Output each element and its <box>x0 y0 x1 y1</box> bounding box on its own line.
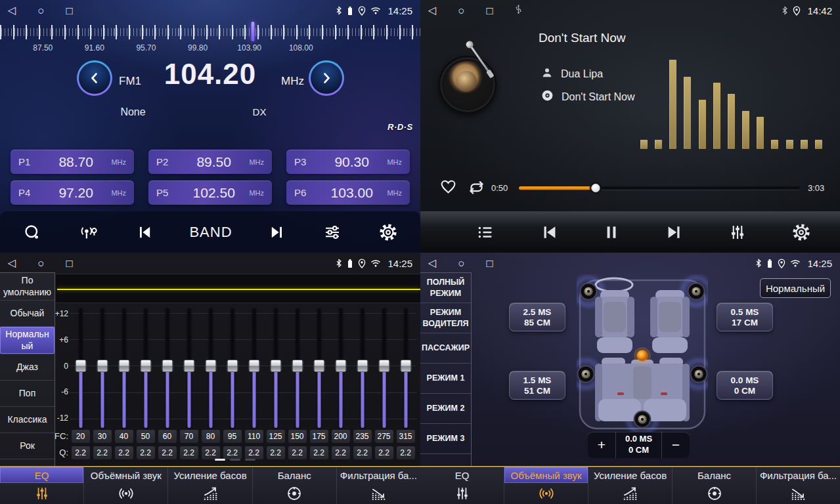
audio-tab[interactable]: Фильтрация ба... <box>756 467 840 504</box>
nav-back-icon[interactable] <box>8 258 16 268</box>
slider-knob[interactable] <box>378 360 389 372</box>
pause-icon[interactable] <box>602 222 621 242</box>
slider-knob[interactable] <box>227 360 238 372</box>
band-frequency-value[interactable]: 175 <box>310 430 328 443</box>
band-gain-slider[interactable] <box>221 308 243 428</box>
listening-mode-item[interactable]: РЕЖИМ ВОДИТЕЛЯ <box>420 303 471 333</box>
delay-front-left-button[interactable]: 2.5 MS 85 CM <box>509 303 565 331</box>
repeat-icon[interactable] <box>466 178 487 199</box>
previous-track-icon[interactable] <box>539 222 559 242</box>
band-q-value[interactable]: 2.2 <box>137 446 155 459</box>
settings-gear-icon[interactable] <box>378 222 398 242</box>
band-frequency-value[interactable]: 40 <box>115 430 133 443</box>
slider-knob[interactable] <box>183 360 194 372</box>
band-gain-slider[interactable] <box>351 308 373 428</box>
band-gain-slider[interactable] <box>330 308 351 428</box>
band-gain-slider[interactable] <box>156 308 178 428</box>
audio-settings-icon[interactable] <box>322 222 342 242</box>
preset-button[interactable]: P3 90.30 MHz <box>286 150 410 174</box>
audio-tab[interactable]: Фильтрация ба... <box>336 467 420 504</box>
band-q-value[interactable]: 2.2 <box>223 446 242 459</box>
nav-home-icon[interactable] <box>37 258 44 269</box>
band-frequency-value[interactable]: 60 <box>158 430 177 443</box>
band-frequency-value[interactable]: 200 <box>332 430 350 443</box>
audio-tab[interactable]: Усиление басов <box>588 467 672 504</box>
nav-home-icon[interactable] <box>458 258 464 269</box>
delay-front-right-button[interactable]: 0.5 MS 17 CM <box>717 303 773 331</box>
slider-knob[interactable] <box>313 360 324 372</box>
preset-button[interactable]: P1 88.70 MHz <box>11 150 134 174</box>
settings-gear-icon[interactable] <box>791 222 811 242</box>
decrease-button[interactable]: − <box>662 432 690 458</box>
band-frequency-value[interactable]: 20 <box>72 430 90 443</box>
broadcast-icon[interactable] <box>78 222 99 242</box>
band-frequency-value[interactable]: 125 <box>267 430 285 443</box>
slider-knob[interactable] <box>97 360 108 372</box>
slider-knob[interactable] <box>162 360 173 372</box>
nav-back-icon[interactable] <box>428 258 436 268</box>
listening-mode-item[interactable]: ПОЛНЫЙ РЕЖИМ <box>420 273 471 303</box>
increase-button[interactable]: + <box>588 432 615 458</box>
listening-mode-item[interactable]: РЕЖИМ 1 <box>420 364 471 394</box>
tune-down-button[interactable] <box>77 60 112 96</box>
band-frequency-value[interactable]: 70 <box>180 430 198 443</box>
next-track-icon[interactable] <box>665 222 684 242</box>
slider-knob[interactable] <box>270 360 281 372</box>
band-frequency-value[interactable]: 30 <box>93 430 112 443</box>
audio-tab[interactable]: Объёмный звук <box>83 467 167 504</box>
nav-home-icon[interactable] <box>458 5 464 16</box>
band-gain-slider[interactable] <box>70 308 91 428</box>
nav-home-icon[interactable] <box>37 5 44 16</box>
band-gain-slider[interactable] <box>308 308 330 428</box>
slider-knob[interactable] <box>118 360 129 372</box>
listening-mode-item[interactable]: РЕЖИМ 3 <box>420 424 471 454</box>
slider-knob[interactable] <box>400 360 411 372</box>
band-frequency-value[interactable]: 110 <box>245 430 263 443</box>
nav-back-icon[interactable] <box>428 5 436 16</box>
band-gain-slider[interactable] <box>135 308 156 428</box>
nav-recents-icon[interactable] <box>66 5 73 16</box>
band-q-value[interactable]: 2.2 <box>397 446 415 459</box>
audio-tab[interactable]: Усиление басов <box>167 467 252 504</box>
tuner-dial[interactable]: 87.50 91.60 95.70 99.80 103.90 108.00 <box>0 24 420 54</box>
band-q-value[interactable]: 2.2 <box>267 446 285 459</box>
progress-knob[interactable] <box>591 184 600 192</box>
band-gain-slider[interactable] <box>265 308 286 428</box>
band-gain-slider[interactable] <box>286 308 308 428</box>
delay-rear-right-button[interactable]: 0.0 MS 0 CM <box>717 371 773 400</box>
band-gain-slider[interactable] <box>243 308 265 428</box>
slider-knob[interactable] <box>75 360 86 372</box>
band-frequency-value[interactable]: 50 <box>137 430 155 443</box>
slider-knob[interactable] <box>335 360 346 372</box>
previous-icon[interactable] <box>135 223 154 242</box>
delay-rear-left-button[interactable]: 1.5 MS 51 CM <box>509 371 565 400</box>
favorite-icon[interactable] <box>439 178 457 197</box>
eq-preset-item[interactable]: По умолчанию <box>0 273 55 301</box>
band-frequency-value[interactable]: 235 <box>353 430 372 443</box>
band-q-value[interactable]: 2.2 <box>353 446 372 459</box>
band-gain-slider[interactable] <box>200 308 221 428</box>
audio-tab[interactable]: Баланс <box>252 467 336 504</box>
band-frequency-value[interactable]: 95 <box>223 430 242 443</box>
listening-mode-item[interactable]: РЕЖИМ 2 <box>420 394 471 424</box>
audio-tab[interactable]: Баланс <box>672 467 756 504</box>
band-frequency-value[interactable]: 275 <box>375 430 393 443</box>
band-q-value[interactable]: 2.2 <box>158 446 177 459</box>
audio-tab[interactable]: EQ <box>420 467 504 504</box>
slider-knob[interactable] <box>292 360 303 372</box>
band-frequency-value[interactable]: 150 <box>288 430 307 443</box>
surround-preset-button[interactable]: Нормальный <box>760 278 831 298</box>
slider-knob[interactable] <box>205 360 216 372</box>
band-q-value[interactable]: 2.2 <box>202 446 220 459</box>
progress-bar[interactable] <box>519 186 800 190</box>
slider-knob[interactable] <box>140 360 151 372</box>
audio-tab[interactable]: Объёмный звук <box>504 467 588 504</box>
band-q-value[interactable]: 2.2 <box>115 446 133 459</box>
preset-button[interactable]: P6 103.00 MHz <box>286 180 410 205</box>
band-q-value[interactable]: 2.2 <box>375 446 393 459</box>
nav-recents-icon[interactable] <box>487 5 493 16</box>
band-gain-slider[interactable] <box>91 308 113 428</box>
scan-icon[interactable] <box>22 222 42 242</box>
next-icon[interactable] <box>268 223 286 242</box>
band-q-value[interactable]: 2.2 <box>93 446 112 459</box>
